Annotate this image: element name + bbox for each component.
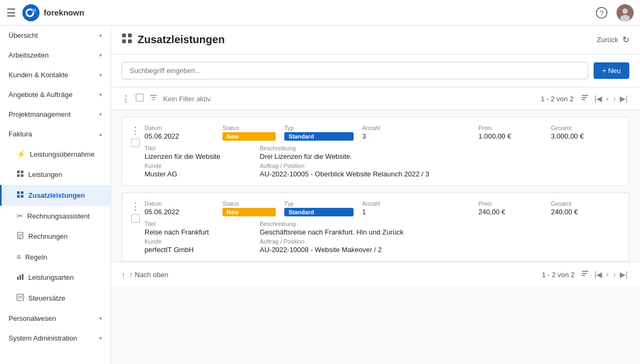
last-page-icon[interactable]: ▶| xyxy=(618,93,629,104)
sidebar-item-leistungen[interactable]: Leistungen xyxy=(0,164,110,185)
typ-badge: Standard xyxy=(284,132,354,141)
typ-badge: Standard xyxy=(284,208,354,216)
faktura-submenu: ⚡ Leistungsübernahme Leistungen Zusatzle… xyxy=(0,144,110,309)
chevron-down-icon: ▾ xyxy=(99,316,102,321)
last-page-icon-bottom[interactable]: ▶| xyxy=(618,269,629,280)
svg-rect-11 xyxy=(17,174,20,177)
svg-rect-12 xyxy=(21,174,23,177)
status-field: Status New xyxy=(222,200,276,216)
search-bar: + Neu xyxy=(111,54,640,87)
svg-rect-16 xyxy=(21,195,23,198)
sidebar-item-sysadmin[interactable]: System Administration ▾ xyxy=(0,328,110,348)
svg-rect-21 xyxy=(17,277,19,280)
pagination-controls-bottom: |◀ ‹ › ▶| xyxy=(579,268,629,281)
sidebar-item-personalwesen[interactable]: Personalwesen ▾ xyxy=(0,309,110,328)
auftrag-field: Auftrag / Position AU-2022-10008 - Websi… xyxy=(260,238,620,254)
preis-field: Preis 240,00 € xyxy=(478,200,542,216)
chevron-down-icon: ▾ xyxy=(99,111,102,117)
row-checkbox[interactable] xyxy=(131,139,140,147)
sidebar-item-regeln[interactable]: ≡ Regeln xyxy=(0,247,110,267)
svg-rect-27 xyxy=(122,34,126,37)
row-menu-icon[interactable]: ⋮ xyxy=(131,126,140,135)
table-row: ⋮ Datum 05.06.2022 Status New xyxy=(122,192,629,262)
svg-point-2 xyxy=(27,10,33,15)
back-button[interactable]: Zurück xyxy=(597,36,618,44)
next-page-icon[interactable]: › xyxy=(612,93,618,104)
chevron-down-icon: ▾ xyxy=(99,33,102,38)
filter-icon[interactable] xyxy=(149,93,158,104)
sort-icon[interactable] xyxy=(579,92,591,106)
first-page-icon[interactable]: |◀ xyxy=(593,93,604,104)
status-badge: New xyxy=(222,132,276,141)
page-header: Zusatzleistungen Zurück ↻ xyxy=(111,26,640,54)
status-badge: New xyxy=(222,208,276,216)
sidebar: Übersicht ▾ Arbeitszeiten ▾ Kunden & Kon… xyxy=(0,26,111,364)
anzahl-field: Anzahl 3 xyxy=(362,125,470,141)
svg-rect-30 xyxy=(128,39,132,43)
page-title: Zusatzleistungen xyxy=(122,33,225,46)
sort-icon-bottom[interactable] xyxy=(579,268,591,281)
new-button[interactable]: + Neu xyxy=(594,62,629,79)
first-page-icon-bottom[interactable]: |◀ xyxy=(593,269,604,280)
sidebar-item-uebersicht[interactable]: Übersicht ▾ xyxy=(0,26,110,45)
chevron-down-icon: ▾ xyxy=(99,52,102,58)
refresh-button[interactable]: ↻ xyxy=(622,35,629,45)
sidebar-item-zusatzleistungen[interactable]: Zusatzleistungen xyxy=(0,185,110,206)
typ-field: Typ Standard xyxy=(284,125,354,141)
svg-rect-13 xyxy=(17,191,20,194)
kunde-field: Kunde perfectIT GmbH xyxy=(145,238,251,254)
kunde-field: Kunde Muster AG xyxy=(145,163,251,178)
svg-rect-10 xyxy=(21,171,23,173)
next-page-icon-bottom[interactable]: › xyxy=(612,269,618,280)
svg-rect-15 xyxy=(17,195,20,198)
more-options-icon[interactable]: ⋮ xyxy=(122,94,130,104)
prev-page-icon-bottom[interactable]: ‹ xyxy=(605,269,611,280)
back-to-top-button[interactable]: ↑ ↑ Nach oben xyxy=(122,271,169,279)
preis-field: Preis 1.000,00 € xyxy=(478,125,542,141)
sidebar-item-faktura[interactable]: Faktura ▴ xyxy=(0,124,110,144)
sidebar-item-arbeitszeiten[interactable]: Arbeitszeiten ▾ xyxy=(0,45,110,65)
table-row: ⋮ Datum 05.06.2022 Status New xyxy=(122,117,629,186)
select-all-checkbox[interactable] xyxy=(135,93,144,104)
sidebar-item-rechnungsassistent[interactable]: ✂ Rechnungsassistent xyxy=(0,206,110,226)
svg-rect-23 xyxy=(22,274,23,280)
gesamt-field: Gesamt 3.000,00 € xyxy=(551,125,620,141)
titel-field: Titel Reise nach Frankfurt xyxy=(145,221,251,236)
record-actions: ⋮ xyxy=(131,200,140,254)
sidebar-item-angebote[interactable]: Angebote & Aufträge ▾ xyxy=(0,85,110,104)
sidebar-item-steuersaetze[interactable]: Steuersätze xyxy=(0,288,110,309)
beschreibung-field: Beschreibung Drei Lizenzen für die Websi… xyxy=(260,145,620,160)
sidebar-item-rechnungen[interactable]: Rechnungen xyxy=(0,226,110,247)
main-content: Zusatzleistungen Zurück ↻ + Neu ⋮ Kein F… xyxy=(111,26,640,364)
help-button[interactable]: ? xyxy=(593,4,610,21)
row-menu-icon[interactable]: ⋮ xyxy=(131,201,140,211)
sidebar-item-projektmanagement[interactable]: Projektmanagement ▾ xyxy=(0,104,110,124)
sidebar-item-leistungsuebernahme[interactable]: ⚡ Leistungsübernahme xyxy=(0,144,110,164)
anzahl-field: Anzahl 1 xyxy=(362,200,470,216)
chevron-up-icon: ▴ xyxy=(99,131,102,137)
row-checkbox[interactable] xyxy=(131,214,140,223)
sidebar-item-leistungsarten[interactable]: Leistungsarten xyxy=(0,267,110,288)
lightning-icon: ⚡ xyxy=(17,150,26,158)
grid-icon xyxy=(17,191,24,200)
datum-field: Datum 05.06.2022 xyxy=(145,125,214,141)
arrow-up-icon: ↑ xyxy=(122,271,125,279)
svg-rect-22 xyxy=(20,275,21,280)
pagination-info: 1 - 2 von 2 xyxy=(541,95,573,103)
auftrag-field: Auftrag / Position AU-2022-10005 - Oberb… xyxy=(260,163,620,178)
avatar[interactable] xyxy=(617,4,634,21)
menu-icon[interactable]: ☰ xyxy=(6,6,16,19)
header-actions: ? xyxy=(593,4,634,21)
sidebar-item-kunden[interactable]: Kunden & Kontakte ▾ xyxy=(0,65,110,85)
svg-point-8 xyxy=(620,15,630,21)
page-header-actions: Zurück ↻ xyxy=(597,35,629,45)
svg-rect-31 xyxy=(136,94,143,101)
svg-text:?: ? xyxy=(599,9,603,17)
app-logo: foreknown xyxy=(22,4,84,21)
status-field: Status New xyxy=(222,125,276,141)
typ-field: Typ Standard xyxy=(284,200,354,216)
search-input[interactable] xyxy=(122,62,588,79)
document-icon xyxy=(17,232,24,241)
rules-icon: ≡ xyxy=(17,253,21,261)
prev-page-icon[interactable]: ‹ xyxy=(605,93,611,104)
